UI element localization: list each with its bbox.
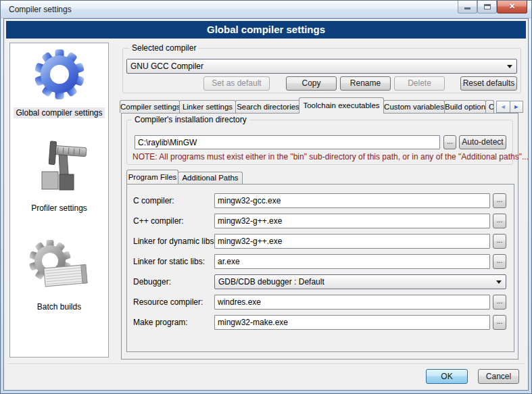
tab-custom-variables[interactable]: Custom variables	[383, 100, 445, 113]
make-program-label: Make program:	[133, 315, 188, 330]
resource-compiler-input[interactable]	[214, 295, 490, 310]
compiler-select-value: GNU GCC Compiler	[130, 61, 203, 71]
static-linker-label: Linker for static libs:	[133, 254, 205, 269]
minimize-icon	[464, 7, 470, 9]
install-dir-input[interactable]	[135, 135, 440, 149]
install-dir-note: NOTE: All programs must exist either in …	[132, 152, 529, 162]
dynamic-linker-input[interactable]	[214, 234, 490, 249]
close-icon: ✕	[498, 1, 527, 12]
static-linker-input[interactable]	[214, 254, 490, 269]
set-as-default-button[interactable]: Set as default	[203, 76, 270, 91]
sidebar-item-label: Profiler settings	[29, 203, 89, 214]
cancel-button[interactable]: Cancel	[478, 369, 519, 384]
tab-linker-settings[interactable]: Linker settings	[179, 100, 236, 113]
copy-button[interactable]: Copy	[286, 76, 337, 91]
debugger-combo-value: GDB/CDB debugger : Default	[218, 277, 324, 287]
auto-detect-button[interactable]: Auto-detect	[459, 135, 506, 149]
selected-compiler-group-label: Selected compiler	[129, 43, 199, 53]
tab-other-settings-clipped[interactable]: Other settings	[485, 100, 494, 113]
tab-search-directories[interactable]: Search directories	[235, 100, 301, 113]
dynamic-linker-label: Linker for dynamic libs:	[133, 234, 216, 249]
sidebar-item-profiler-settings[interactable]: Profiler settings	[10, 139, 108, 214]
caliper-icon	[27, 139, 92, 197]
c-compiler-label: C compiler:	[133, 193, 174, 208]
tab-scroll-right-icon[interactable]: ►	[510, 101, 524, 113]
install-dir-group-label: Compiler's installation directory	[132, 115, 249, 124]
close-button[interactable]: ✕	[497, 1, 527, 14]
static-linker-browse-button[interactable]: ...	[493, 254, 506, 269]
window-title: Compiler settings	[9, 5, 72, 14]
dialog-header-title: Global compiler settings	[6, 21, 526, 39]
rename-button[interactable]: Rename	[340, 76, 391, 91]
footer-divider	[7, 364, 525, 365]
delete-button[interactable]: Delete	[394, 76, 445, 91]
blue-gear-icon	[32, 47, 87, 102]
dropdown-arrow-icon	[507, 65, 512, 68]
tab-toolchain-executables[interactable]: Toolchain executables	[299, 97, 384, 114]
cpp-compiler-browse-button[interactable]: ...	[493, 214, 506, 228]
ok-button[interactable]: OK	[426, 369, 468, 384]
dynamic-linker-browse-button[interactable]: ...	[493, 234, 506, 249]
sidebar-item-label: Global compiler settings	[14, 107, 104, 118]
dialog-client-area: Global compiler settings	[3, 18, 529, 391]
gray-gear-stack-icon	[26, 238, 93, 296]
cpp-compiler-input[interactable]	[214, 214, 490, 228]
make-program-input[interactable]	[214, 315, 490, 330]
maximize-button[interactable]	[477, 1, 497, 14]
cpp-compiler-label: C++ compiler:	[133, 214, 184, 228]
tab-scroll-control: ◄ ►	[496, 101, 523, 113]
sidebar-item-label: Batch builds	[35, 301, 83, 312]
sidebar-item-global-compiler-settings[interactable]: Global compiler settings	[10, 47, 108, 118]
resource-compiler-browse-button[interactable]: ...	[493, 295, 506, 310]
title-bar[interactable]: Compiler settings	[1, 1, 531, 18]
settings-category-list: Global compiler settings	[9, 43, 109, 358]
tab-scroll-left-icon[interactable]: ◄	[496, 101, 510, 113]
tab-compiler-settings[interactable]: Compiler settings	[120, 100, 180, 113]
c-compiler-input[interactable]	[214, 193, 490, 208]
dropdown-arrow-icon	[496, 280, 502, 284]
debugger-combo[interactable]: GDB/CDB debugger : Default	[214, 274, 506, 289]
subtab-additional-paths[interactable]: Additional Paths	[178, 172, 243, 184]
resource-compiler-label: Resource compiler:	[133, 295, 203, 310]
subtab-program-files[interactable]: Program Files	[126, 170, 178, 184]
debugger-label: Debugger:	[133, 274, 171, 289]
c-compiler-browse-button[interactable]: ...	[493, 193, 506, 208]
reset-defaults-button[interactable]: Reset defaults	[460, 76, 517, 91]
maximize-icon	[484, 4, 491, 9]
sidebar-item-batch-builds[interactable]: Batch builds	[10, 238, 108, 312]
minimize-button[interactable]	[458, 1, 477, 14]
dialog-header: Global compiler settings	[6, 21, 526, 39]
compiler-settings-window: Compiler settings ✕ Global compiler sett…	[0, 0, 532, 394]
tab-build-options[interactable]: Build options	[444, 100, 486, 113]
compiler-select-combo[interactable]: GNU GCC Compiler	[126, 59, 517, 74]
make-program-browse-button[interactable]: ...	[493, 315, 506, 330]
install-dir-browse-button[interactable]: ...	[443, 135, 456, 149]
